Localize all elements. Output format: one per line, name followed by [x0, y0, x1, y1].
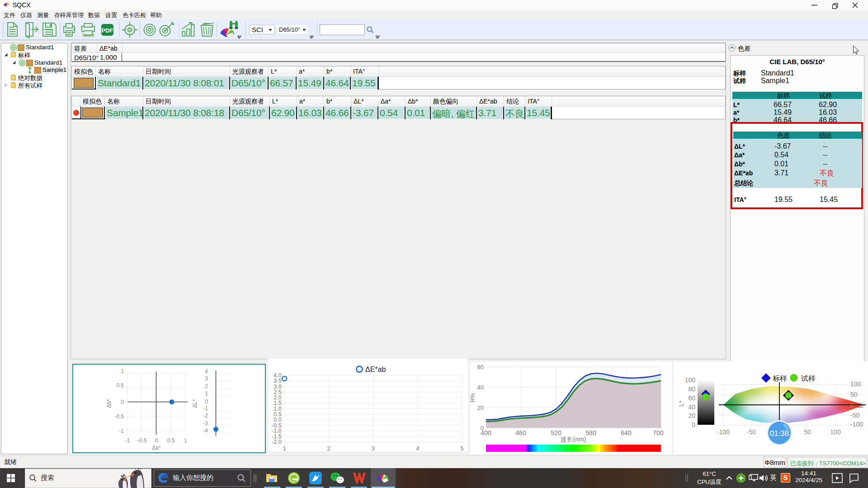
svg-text:-4: -4 — [203, 427, 208, 434]
svg-text:ΔE*ab: ΔE*ab — [365, 366, 386, 373]
svg-text:-1: -1 — [203, 405, 208, 412]
svg-text:0.5: 0.5 — [167, 437, 175, 444]
svg-text:4: 4 — [416, 445, 419, 451]
svg-text:试样: 试样 — [801, 375, 816, 382]
svg-text:标样: 标样 — [773, 375, 787, 382]
svg-text:100: 100 — [685, 376, 696, 384]
svg-text:100: 100 — [830, 428, 841, 436]
svg-text:400: 400 — [481, 429, 491, 436]
svg-text:640: 640 — [621, 429, 632, 436]
svg-text:520: 520 — [551, 429, 561, 436]
svg-text:-2.0: -2.0 — [272, 438, 282, 445]
svg-text:2: 2 — [327, 445, 330, 451]
svg-text:40: 40 — [688, 404, 695, 411]
svg-text:R%: R% — [470, 393, 476, 402]
svg-text:1: 1 — [184, 437, 187, 444]
svg-text:80: 80 — [688, 385, 695, 393]
svg-text:1: 1 — [205, 390, 208, 397]
svg-text:0: 0 — [692, 421, 695, 428]
svg-text:0: 0 — [121, 399, 124, 405]
svg-text:20: 20 — [477, 404, 484, 411]
svg-text:100: 100 — [850, 380, 861, 388]
svg-text:Δb*: Δb* — [106, 399, 112, 408]
svg-text:L*: L* — [678, 400, 685, 407]
svg-text:-100: -100 — [717, 428, 730, 436]
svg-text:1: 1 — [283, 445, 286, 451]
svg-text:460: 460 — [515, 429, 526, 436]
svg-text:01:38: 01:38 — [770, 429, 789, 438]
svg-text:波长(nm): 波长(nm) — [561, 436, 586, 443]
svg-text:0: 0 — [850, 402, 854, 409]
svg-text:-50: -50 — [747, 428, 756, 436]
svg-text:3: 3 — [371, 445, 374, 451]
svg-text:-100: -100 — [850, 421, 863, 428]
svg-text:1: 1 — [121, 368, 124, 374]
svg-text:0.5: 0.5 — [116, 382, 124, 389]
svg-text:50: 50 — [804, 428, 811, 436]
svg-text:60: 60 — [688, 394, 695, 402]
svg-text:3: 3 — [205, 375, 208, 382]
svg-text:40: 40 — [477, 384, 484, 391]
svg-text:Word: Word — [82, 33, 94, 38]
svg-text:-50: -50 — [850, 412, 859, 419]
svg-text:-1: -1 — [119, 428, 124, 434]
svg-text:-0.5: -0.5 — [114, 413, 124, 420]
svg-text:5: 5 — [460, 445, 463, 451]
svg-text:50: 50 — [850, 391, 858, 398]
svg-text:0: 0 — [205, 399, 208, 405]
svg-text:-2: -2 — [203, 413, 208, 419]
svg-text:-1: -1 — [125, 437, 130, 444]
svg-text:700: 700 — [653, 429, 664, 436]
svg-text:ΔL*: ΔL* — [192, 399, 198, 408]
svg-text:20: 20 — [688, 412, 695, 419]
svg-text:PDF: PDF — [102, 27, 113, 34]
svg-text:4: 4 — [205, 368, 208, 375]
svg-text:b*: b* — [857, 402, 864, 408]
svg-text:0: 0 — [155, 437, 158, 444]
svg-text:Δa*: Δa* — [152, 445, 161, 451]
svg-text:580: 580 — [585, 429, 596, 436]
svg-text:-3: -3 — [203, 420, 208, 427]
svg-text:60: 60 — [477, 364, 484, 371]
svg-text:2: 2 — [205, 383, 208, 389]
svg-text:-0.5: -0.5 — [137, 437, 147, 444]
